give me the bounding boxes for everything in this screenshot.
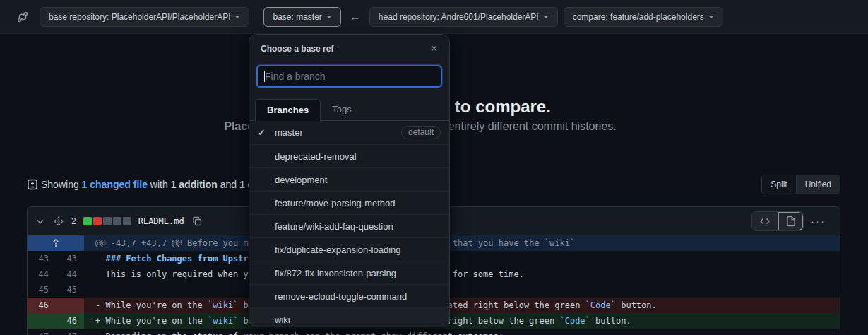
diffstat-neutral-square: [113, 217, 121, 225]
branch-name: deprecated-removal: [275, 151, 357, 162]
line-number-right[interactable]: 43: [56, 251, 84, 266]
branch-name: wiki: [275, 315, 290, 325]
branch-option[interactable]: wiki: [249, 307, 449, 327]
chevron-down-icon: [234, 16, 240, 21]
chevron-down-icon: [543, 16, 549, 21]
line-number-left[interactable]: 47: [28, 329, 56, 335]
default-badge: default: [401, 126, 441, 139]
base-ref-selector-menu: Choose a base ref ✕ Branches Tags ✓ mast…: [249, 34, 450, 327]
line-number-right[interactable]: 47: [56, 329, 84, 335]
diff-row-context: 47 47 Depending on the status of your br…: [28, 329, 840, 335]
base-repository-button[interactable]: base repository: PlaceholderAPI/Placehol…: [40, 7, 249, 27]
code-line: ### Fetch Changes from Upstream: [84, 251, 840, 266]
code-line: This is only required when your fork is …: [84, 266, 840, 282]
code-line: Depending on the status of your branch c…: [84, 329, 840, 335]
branch-name: feature/wiki-add-faq-question: [275, 221, 393, 232]
code-icon: [759, 216, 771, 227]
diffstat-neutral-square: [123, 217, 131, 225]
diffstat-squares: [83, 217, 131, 225]
unified-view-button[interactable]: Unified: [796, 175, 840, 194]
base-ref-button[interactable]: base: master: [263, 7, 340, 27]
branch-option[interactable]: fix/872-fix-inxonsisten-parsing: [249, 261, 449, 284]
diffstat-neutral-square: [103, 217, 112, 225]
code-line: [84, 282, 840, 298]
collapse-chevron-icon[interactable]: [35, 216, 46, 227]
compare-ref-toolbar: base repository: PlaceholderAPI/Placehol…: [0, 0, 868, 34]
diffstat-addition-square: [83, 217, 92, 225]
line-number-left[interactable]: 44: [28, 266, 56, 282]
ref-type-tabs: Branches Tags: [249, 95, 449, 121]
branch-name: fix/872-fix-inxonsisten-parsing: [275, 268, 396, 278]
tab-branches[interactable]: Branches: [255, 99, 321, 121]
additions-count: 1 addition: [171, 179, 218, 190]
line-number-right[interactable]: 44: [56, 266, 84, 282]
branch-option[interactable]: fix/duplicate-expansion-loading: [249, 237, 449, 261]
ref-menu-title: Choose a base ref: [261, 44, 333, 54]
arrow-left-icon: ←: [350, 11, 361, 23]
changed-file-link[interactable]: 1 changed file: [82, 179, 148, 190]
line-number-left[interactable]: 46: [28, 298, 56, 313]
tab-tags[interactable]: Tags: [321, 99, 362, 120]
check-icon: ✓: [258, 127, 275, 138]
branch-option[interactable]: feature/wiki-add-faq-question: [249, 214, 449, 237]
diff-view-toggle: Split Unified: [761, 175, 840, 194]
find-branch-input[interactable]: [256, 65, 442, 88]
file-icon: [785, 216, 797, 227]
expand-hunk-button[interactable]: [28, 235, 84, 251]
branch-option[interactable]: feature/move-parsing-method: [249, 191, 449, 214]
showing-text: Showing: [41, 179, 82, 190]
git-compare-icon: [17, 11, 28, 23]
changed-lines-count: 2: [71, 216, 76, 226]
file-name: README.md: [138, 216, 184, 226]
kebab-menu-icon[interactable]: ···: [804, 215, 833, 227]
chevron-down-icon: [708, 16, 714, 21]
line-number-left[interactable]: [28, 313, 56, 329]
branch-name: remove-ecloud-toggle-command: [275, 291, 407, 302]
code-line: - While you're on the `wiki` branch, the…: [84, 298, 840, 313]
head-repository-label: head repository: Andre601/PlaceholderAPI: [379, 12, 539, 22]
close-icon[interactable]: ✕: [430, 43, 438, 54]
split-view-button[interactable]: Split: [762, 175, 795, 194]
code-line: + While you're on the `wiki` branch, you…: [84, 313, 840, 329]
diffstat-deletion-square: [93, 217, 102, 225]
chevron-down-icon: [326, 16, 332, 21]
branch-name: master: [275, 127, 303, 138]
base-ref-label: base: master: [273, 12, 321, 22]
move-handle-icon[interactable]: [53, 216, 64, 227]
branch-name: feature/move-parsing-method: [275, 198, 396, 208]
diff-mode-toggle: [751, 211, 804, 231]
branch-name: fix/duplicate-expansion-loading: [275, 245, 401, 255]
file-diff-icon: [27, 179, 38, 190]
branch-option[interactable]: deprecated-removal: [249, 144, 449, 168]
source-diff-button[interactable]: [752, 212, 778, 230]
rich-diff-button[interactable]: [778, 212, 803, 230]
compare-ref-label: compare: feature/add-placeholders: [573, 12, 704, 22]
branch-option[interactable]: remove-ecloud-toggle-command: [249, 284, 449, 307]
text-cursor: [264, 71, 265, 82]
line-number-right[interactable]: 46: [56, 313, 84, 329]
branch-name: development: [275, 175, 327, 185]
line-number-left[interactable]: 43: [28, 251, 56, 266]
fold-up-icon: [50, 237, 61, 249]
base-repository-label: base repository: PlaceholderAPI/Placehol…: [49, 12, 230, 22]
compare-ref-button[interactable]: compare: feature/add-placeholders: [564, 7, 723, 27]
branch-option[interactable]: development: [249, 168, 449, 191]
head-repository-button[interactable]: head repository: Andre601/PlaceholderAPI: [369, 7, 558, 27]
copy-icon[interactable]: [191, 216, 203, 227]
line-number-right[interactable]: 45: [56, 282, 84, 298]
branch-list: ✓ master default deprecated-removal deve…: [249, 121, 449, 327]
line-number-left[interactable]: 45: [28, 282, 56, 298]
hunk-header-text: @@ -43,7 +43,7 @@ Before you make change…: [84, 235, 840, 251]
branch-option-master[interactable]: ✓ master default: [249, 121, 449, 144]
line-number-right[interactable]: [56, 298, 84, 313]
